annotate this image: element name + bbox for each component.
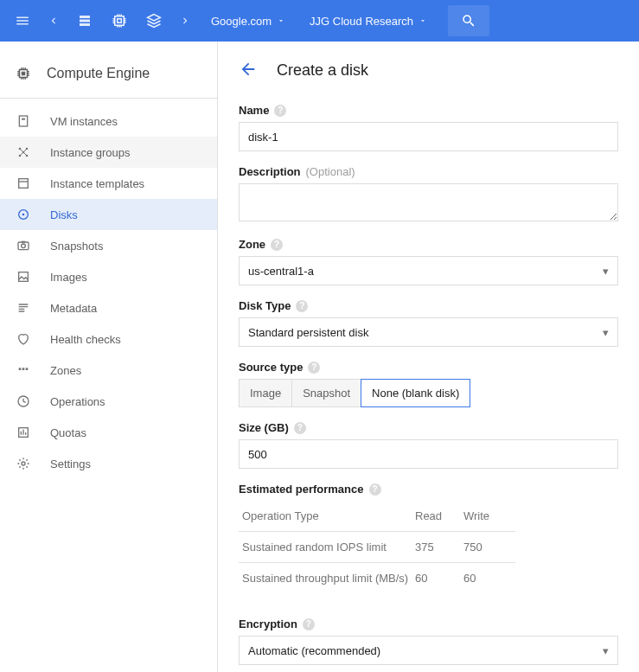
perf-write: 750 (463, 541, 512, 554)
sidebar-item-label: Health checks (50, 333, 121, 346)
sidebar-item-quotas[interactable]: Quotas (0, 417, 217, 448)
encryption-select[interactable]: Automatic (recommended) ▾ (239, 636, 618, 665)
sidebar-item-images[interactable]: Images (0, 261, 217, 292)
sidebar-item-health-checks[interactable]: Health checks (0, 323, 217, 355)
sidebar-item-zones[interactable]: Zones (0, 355, 217, 386)
optional-hint: (Optional) (306, 165, 355, 178)
back-nav-button[interactable] (42, 5, 66, 36)
sidebar-item-label: Metadata (50, 302, 97, 315)
source-type-option[interactable]: None (blank disk) (361, 379, 470, 407)
settings-icon (16, 456, 31, 471)
project-selector[interactable]: JJG Cloud Research (299, 5, 438, 36)
svg-rect-16 (19, 368, 22, 370)
metadata-icon (16, 300, 31, 316)
perf-op: Sustained throughput limit (MB/s) (242, 572, 415, 585)
table-row: Sustained throughput limit (MB/s)6060 (239, 563, 515, 593)
perf-op: Sustained random IOPS limit (242, 541, 415, 554)
source-type-group: ImageSnapshotNone (blank disk) (239, 379, 618, 407)
source-type-option[interactable]: Snapshot (292, 379, 361, 407)
sidebar-item-disks[interactable]: Disks (0, 199, 217, 230)
caret-down-icon: ▾ (603, 326, 609, 339)
svg-rect-14 (22, 241, 25, 243)
caret-down-icon (419, 16, 427, 25)
caret-down-icon: ▾ (603, 644, 609, 657)
back-button[interactable] (239, 60, 258, 81)
disk-type-select[interactable]: Standard persistent disk ▾ (239, 317, 618, 347)
svg-rect-17 (22, 368, 25, 370)
name-input[interactable] (239, 122, 618, 151)
sidebar-item-operations[interactable]: Operations (0, 386, 217, 417)
perf-read: 60 (415, 572, 463, 585)
perf-read: 375 (415, 541, 463, 554)
perf-col-read: Read (415, 509, 463, 522)
search-button[interactable] (448, 5, 489, 36)
description-label: Description (239, 165, 301, 178)
product-title: Compute Engine (47, 66, 150, 81)
source-type-option[interactable]: Image (239, 379, 292, 407)
help-icon[interactable]: ? (369, 483, 381, 496)
disks-icon (16, 207, 31, 222)
sidebar: Compute Engine VM instancesInstance grou… (0, 42, 218, 672)
sidebar-item-label: VM instances (50, 115, 118, 128)
help-icon[interactable]: ? (303, 618, 315, 630)
perf-col-op: Operation Type (242, 509, 415, 522)
help-icon[interactable]: ? (294, 422, 306, 434)
table-row: Sustained random IOPS limit375750 (239, 532, 515, 563)
encryption-value: Automatic (recommended) (248, 644, 380, 657)
forward-nav-button[interactable] (173, 5, 197, 36)
perf-write: 60 (463, 572, 512, 585)
project-name: JJG Cloud Research (310, 15, 413, 28)
sidebar-item-label: Snapshots (50, 240, 103, 253)
menu-button[interactable] (7, 5, 38, 36)
sidebar-item-metadata[interactable]: Metadata (0, 292, 217, 323)
svg-rect-1 (22, 71, 26, 75)
sidebar-item-label: Operations (50, 395, 105, 408)
sidebar-item-label: Disks (50, 208, 78, 221)
perf-label: Estimated performance (239, 483, 364, 496)
sidebar-item-instance-groups[interactable]: Instance groups (0, 137, 217, 168)
operations-icon (16, 394, 31, 409)
topbar: Google.com JJG Cloud Research (0, 0, 639, 42)
disk-type-value: Standard persistent disk (248, 326, 368, 339)
layers-icon[interactable] (138, 5, 169, 36)
sidebar-item-snapshots[interactable]: Snapshots (0, 230, 217, 261)
caret-down-icon (277, 16, 285, 25)
org-selector[interactable]: Google.com (201, 5, 296, 36)
description-input[interactable] (239, 183, 618, 221)
svg-rect-2 (19, 116, 27, 126)
health-checks-icon (16, 331, 31, 347)
perf-table: Operation Type Read Write Sustained rand… (239, 501, 515, 593)
svg-rect-3 (22, 118, 25, 120)
sidebar-item-instance-templates[interactable]: Instance templates (0, 168, 217, 199)
svg-rect-9 (19, 179, 29, 189)
sidebar-item-label: Images (50, 271, 87, 284)
help-icon[interactable]: ? (274, 105, 286, 117)
storage-icon[interactable] (69, 5, 100, 36)
zone-select[interactable]: us-central1-a ▾ (239, 256, 618, 285)
svg-point-21 (22, 462, 25, 465)
sidebar-item-label: Settings (50, 458, 91, 470)
size-input[interactable] (239, 439, 618, 469)
help-icon[interactable]: ? (296, 300, 308, 312)
images-icon (16, 269, 31, 285)
zone-value: us-central1-a (248, 265, 314, 278)
instance-templates-icon (16, 176, 31, 191)
svg-point-11 (22, 214, 25, 216)
size-label: Size (GB) (239, 421, 289, 434)
compute-engine-icon (16, 66, 31, 81)
chip-icon[interactable] (104, 5, 135, 36)
svg-rect-12 (18, 242, 29, 250)
encryption-label: Encryption (239, 618, 297, 630)
caret-down-icon: ▾ (603, 265, 609, 278)
org-name: Google.com (211, 15, 272, 28)
quotas-icon (16, 425, 31, 440)
help-icon[interactable]: ? (271, 239, 283, 251)
perf-col-write: Write (463, 509, 512, 522)
source-type-label: Source type (239, 361, 303, 374)
instance-groups-icon (16, 144, 31, 160)
svg-rect-18 (26, 368, 29, 370)
help-icon[interactable]: ? (308, 362, 320, 374)
sidebar-item-settings[interactable]: Settings (0, 448, 217, 479)
sidebar-item-label: Instance groups (50, 146, 131, 159)
sidebar-item-vm-instances[interactable]: VM instances (0, 106, 217, 137)
